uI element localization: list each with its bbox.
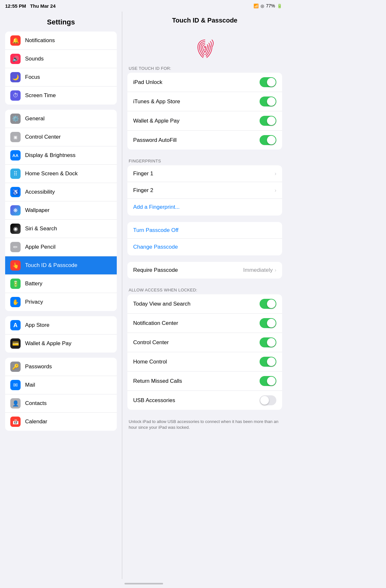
turn-passcode-off-row[interactable]: Turn Passcode Off (127, 222, 282, 239)
finger-1-row[interactable]: Finger 1 › (127, 165, 282, 182)
itunes-app-store-toggle[interactable] (260, 96, 276, 106)
sidebar-item-touch-id-passcode[interactable]: 👆 Touch ID & Passcode (5, 256, 117, 275)
control-center-icon: ▣ (10, 132, 21, 142)
sidebar-item-label: Battery (25, 280, 42, 287)
add-fingerprint-label: Add a Fingerprint... (133, 204, 180, 210)
sidebar-item-general[interactable]: ⚙️ General (5, 110, 117, 128)
sidebar-title: Settings (5, 14, 117, 32)
sidebar-item-apple-pencil[interactable]: ✏ Apple Pencil (5, 238, 117, 256)
control-center-toggle[interactable] (260, 337, 276, 347)
sidebar-item-label: Calendar (25, 418, 47, 425)
control-center-label: Control Center (133, 339, 169, 346)
finger-2-row[interactable]: Finger 2 › (127, 182, 282, 199)
home-control-row: Home Control (127, 352, 282, 372)
return-missed-calls-toggle[interactable] (260, 376, 276, 386)
notification-center-toggle[interactable] (260, 318, 276, 328)
password-autofill-row: Password AutoFill (127, 131, 282, 150)
wallet-apple-pay-toggle[interactable] (260, 116, 276, 126)
passcode-section: Turn Passcode Off Change Passcode (127, 222, 282, 255)
require-passcode-value: Immediately › (243, 267, 276, 273)
sidebar-section-2: ⚙️ General ▣ Control Center AA Display &… (5, 110, 117, 311)
section-use-touch-id-label: USE TOUCH ID FOR: (122, 63, 287, 73)
sidebar-item-privacy[interactable]: ✋ Privacy (5, 293, 117, 311)
sidebar-item-label: App Store (25, 322, 50, 328)
sidebar-section-1: 🔔 Notifications 🔊 Sounds 🌙 Focus ⏱ Scree… (5, 32, 117, 105)
password-autofill-label: Password AutoFill (133, 137, 177, 143)
require-passcode-section: Require Passcode Immediately › (127, 262, 282, 279)
touch-id-section: iPad Unlock iTunes & App Store Wallet & … (127, 73, 282, 150)
ipad-unlock-toggle[interactable] (260, 77, 276, 87)
control-center-row: Control Center (127, 333, 282, 352)
require-passcode-row[interactable]: Require Passcode Immediately › (127, 262, 282, 279)
itunes-app-store-label: iTunes & App Store (133, 98, 180, 105)
finger-1-label: Finger 1 (133, 170, 153, 177)
change-passcode-row[interactable]: Change Passcode (127, 239, 282, 255)
today-view-search-toggle[interactable] (260, 299, 276, 309)
sidebar-item-notifications[interactable]: 🔔 Notifications (5, 32, 117, 50)
sidebar-item-label: Mail (25, 382, 35, 388)
sidebar-item-label: Wallet & Apple Pay (25, 340, 71, 347)
apple-pencil-icon: ✏ (10, 242, 21, 252)
itunes-app-store-row: iTunes & App Store (127, 92, 282, 111)
require-passcode-label: Require Passcode (133, 267, 178, 273)
battery-icon: 🔋 (277, 4, 282, 8)
today-view-search-row: Today View and Search (127, 294, 282, 314)
accessibility-icon: ♿ (10, 187, 21, 197)
sidebar-item-label: Siri & Search (25, 225, 57, 232)
sidebar-item-calendar[interactable]: 📅 Calendar (5, 413, 117, 431)
home-control-toggle[interactable] (260, 357, 276, 367)
usb-accessories-toggle[interactable] (260, 395, 276, 405)
screen-time-icon: ⏱ (10, 90, 21, 101)
fingerprints-section: Finger 1 › Finger 2 › Add a Fingerprint.… (127, 165, 282, 216)
detail-title: Touch ID & Passcode (122, 12, 287, 28)
focus-icon: 🌙 (10, 72, 21, 82)
sidebar-item-screen-time[interactable]: ⏱ Screen Time (5, 87, 117, 105)
today-view-search-label: Today View and Search (133, 301, 190, 307)
status-right: 📶 ◎ 77% 🔋 (253, 3, 282, 8)
sidebar-item-sounds[interactable]: 🔊 Sounds (5, 50, 117, 68)
sidebar-item-label: Sounds (25, 56, 44, 62)
sidebar-item-wallet-apple-pay[interactable]: 💳 Wallet & Apple Pay (5, 335, 117, 353)
app-container: Settings 🔔 Notifications 🔊 Sounds 🌙 Focu… (0, 12, 287, 579)
sidebar-item-control-center[interactable]: ▣ Control Center (5, 128, 117, 146)
return-missed-calls-label: Return Missed Calls (133, 378, 182, 384)
section-fingerprints-label: FINGERPRINTS (122, 156, 287, 165)
wifi-icon: 📶 (253, 4, 259, 8)
ipad-unlock-row: iPad Unlock (127, 73, 282, 92)
sidebar-item-passwords[interactable]: 🔑 Passwords (5, 358, 117, 376)
wallet-apple-pay-label: Wallet & Apple Pay (133, 118, 179, 124)
sidebar-item-accessibility[interactable]: ♿ Accessibility (5, 183, 117, 201)
section-allow-access-label: ALLOW ACCESS WHEN LOCKED: (122, 285, 287, 294)
fingerprint-svg (194, 36, 216, 58)
sidebar-item-battery[interactable]: 🔋 Battery (5, 275, 117, 293)
add-fingerprint-row[interactable]: Add a Fingerprint... (127, 199, 282, 216)
mail-icon: ✉ (10, 380, 21, 390)
sidebar-item-app-store[interactable]: A App Store (5, 316, 117, 335)
general-icon: ⚙️ (10, 114, 21, 124)
home-screen-dock-icon: ⠿ (10, 169, 21, 179)
home-bar-indicator (124, 583, 163, 584)
fingerprint-area (122, 28, 287, 63)
change-passcode-label: Change Passcode (133, 244, 178, 250)
status-bar: 12:55 PM Thu Mar 24 📶 ◎ 77% 🔋 (0, 0, 287, 12)
sidebar-item-label: Wallpaper (25, 207, 50, 214)
sidebar-item-focus[interactable]: 🌙 Focus (5, 68, 117, 87)
sidebar-item-wallpaper[interactable]: ❋ Wallpaper (5, 201, 117, 220)
sidebar-item-label: Home Screen & Dock (25, 170, 78, 177)
return-missed-calls-row: Return Missed Calls (127, 372, 282, 391)
contacts-icon: 👤 (10, 398, 21, 409)
app-store-icon: A (10, 320, 21, 330)
password-autofill-toggle[interactable] (260, 135, 276, 145)
battery-percent: 77% (266, 3, 275, 8)
sidebar-item-label: Touch ID & Passcode (25, 262, 78, 269)
sidebar-item-home-screen-dock[interactable]: ⠿ Home Screen & Dock (5, 165, 117, 183)
sounds-icon: 🔊 (10, 54, 21, 64)
usb-accessories-row: USB Accessories (127, 391, 282, 410)
sidebar-item-mail[interactable]: ✉ Mail (5, 376, 117, 394)
allow-access-section: Today View and Search Notification Cente… (127, 294, 282, 410)
sidebar-item-siri-search[interactable]: ◉ Siri & Search (5, 220, 117, 238)
sidebar-item-display-brightness[interactable]: AA Display & Brightness (5, 146, 117, 165)
passwords-icon: 🔑 (10, 362, 21, 372)
calendar-icon: 📅 (10, 417, 21, 427)
sidebar-item-contacts[interactable]: 👤 Contacts (5, 394, 117, 413)
